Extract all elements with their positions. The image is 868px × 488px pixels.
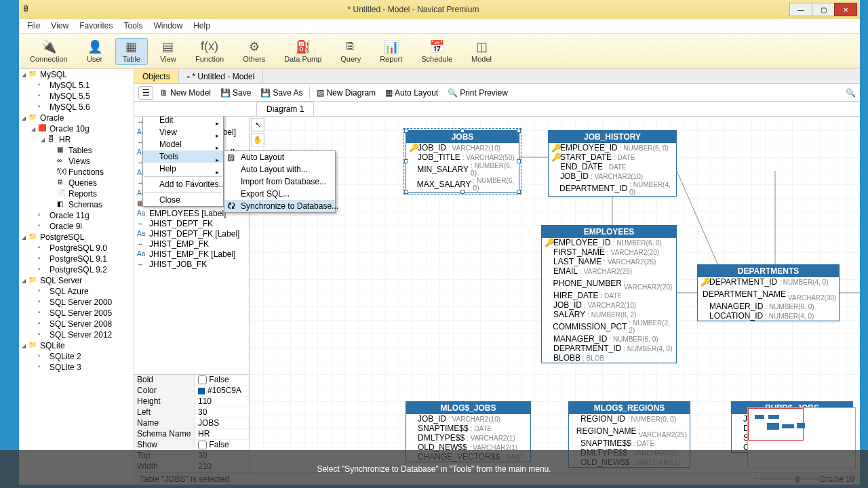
menu-help[interactable]: Help — [188, 19, 216, 33]
toolbar-user[interactable]: 👤User — [80, 39, 110, 64]
new-diagram-button[interactable]: ▧ New Diagram — [314, 87, 378, 99]
tree-item[interactable]: f(x)Functions — [19, 167, 134, 178]
close-button[interactable]: ✕ — [834, 3, 857, 16]
tree-item[interactable]: ∞Views — [19, 156, 134, 167]
hand-tool[interactable]: ✋ — [251, 133, 264, 146]
list-item[interactable]: AaJHIST_EMP_FK [Label] — [134, 249, 249, 259]
menu-item[interactable]: Edit — [143, 117, 223, 126]
menu-window[interactable]: Window — [149, 19, 189, 33]
menu-file[interactable]: File — [22, 19, 45, 33]
toolbar-view[interactable]: ▤View — [153, 39, 183, 64]
subtitle-caption: Select "Synchronize to Database" in "Too… — [0, 450, 868, 488]
menu-item[interactable]: Import from Database... — [224, 176, 335, 188]
diagram-tab[interactable]: Diagram 1 — [256, 102, 314, 116]
menu-item[interactable]: 🗘Synchronize to Database... — [224, 200, 335, 212]
menu-item[interactable]: Add to Favorites... — [143, 178, 223, 190]
toolbar-schedule[interactable]: 📅Schedule — [414, 39, 459, 64]
tree-item[interactable]: 🗎Queries — [19, 178, 134, 188]
tree-item[interactable]: ▫PostgreSQL 9.1 — [19, 253, 134, 264]
list-item[interactable]: ↔JHIST_DEPT_FK — [134, 218, 249, 228]
tree-item[interactable]: ▫SQL Server 2005 — [19, 308, 134, 319]
tab--untitled-model[interactable]: ▫ * Untitled - Model — [179, 69, 264, 83]
entity-departments[interactable]: DEPARTMENTS🔑DEPARTMENT_ID: NUMBER(4, 0)D… — [697, 264, 840, 321]
property-row[interactable]: Schema NameHR — [134, 429, 249, 440]
menu-item[interactable] — [144, 192, 222, 192]
hamburger-button[interactable]: ☰ — [138, 86, 153, 100]
minimize-button[interactable]: — — [789, 3, 812, 16]
menubar: FileViewFavoritesToolsWindowHelp — [19, 19, 860, 34]
tree-item[interactable]: ◢📁SQL Server — [19, 275, 134, 286]
menu-item[interactable]: Export SQL... — [224, 188, 335, 200]
tree-item[interactable]: ▫MySQL 5.1 — [19, 80, 134, 91]
auto-layout-button[interactable]: ▦ Auto Layout — [382, 87, 441, 99]
connection-tree[interactable]: ◢📁MySQL▫MySQL 5.1▫MySQL 5.5▫MySQL 5.6◢📁O… — [19, 69, 134, 485]
menu-item[interactable]: Model — [143, 138, 223, 150]
list-item[interactable]: AaJHIST_DEPT_FK [Label] — [134, 228, 249, 239]
property-row[interactable]: Left30 — [134, 407, 249, 418]
maximize-button[interactable]: ▢ — [812, 3, 835, 16]
tree-item[interactable]: ▫PostgreSQL 9.0 — [19, 243, 134, 253]
save-button[interactable]: 💾 Save — [218, 87, 254, 99]
property-row[interactable]: NameJOBS — [134, 418, 249, 429]
tree-item[interactable]: ◢📁Oracle — [19, 113, 134, 123]
app-window: 🛢 * Untitled - Model - Navicat Premium —… — [19, 0, 860, 485]
toolbar-table[interactable]: ▦Table — [115, 38, 148, 65]
menu-item[interactable]: Help — [143, 163, 223, 175]
property-row[interactable]: Height110 — [134, 396, 249, 407]
menu-item[interactable]: ▧Auto Layout — [224, 151, 335, 163]
tree-item[interactable]: ◧Schemas — [19, 199, 134, 210]
toolbar-query[interactable]: 🗎Query — [334, 39, 368, 64]
tree-item[interactable]: ▫PostgreSQL 9.2 — [19, 264, 134, 275]
toolbar-connection[interactable]: 🔌Connection — [23, 39, 75, 64]
tree-item[interactable]: ▫SQLite 3 — [19, 362, 134, 373]
entity-jobs[interactable]: JOBS🔑JOB_ID: VARCHAR2(10)JOB_TITLE: VARC… — [406, 130, 519, 192]
toolbar-model[interactable]: ◫Model — [465, 39, 498, 64]
pointer-tool[interactable]: ↖ — [251, 118, 264, 131]
menu-view[interactable]: View — [45, 19, 74, 33]
entity-jobhist[interactable]: JOB_HISTORY🔑EMPLOYEE_ID: NUMBER(6, 0)🔑ST… — [548, 130, 677, 197]
toolbar-function[interactable]: f(x)Function — [189, 39, 231, 64]
property-row[interactable]: Show Description False — [134, 440, 249, 451]
tree-item[interactable]: ▫SQL Server 2000 — [19, 297, 134, 308]
print-preview-button[interactable]: 🔍 Print Preview — [445, 87, 511, 99]
tree-item[interactable]: ▫SQLite 2 — [19, 351, 134, 362]
tree-item[interactable]: ▦Tables — [19, 145, 134, 156]
tree-item[interactable]: ▫MySQL 5.5 — [19, 91, 134, 102]
entity-employees[interactable]: EMPLOYEES🔑EMPLOYEE_ID: NUMBER(6, 0)FIRST… — [541, 225, 677, 363]
hamburger-menu[interactable]: FileEditViewModelToolsHelpAdd to Favorit… — [142, 117, 224, 207]
property-row[interactable]: Color#105C9A — [134, 386, 249, 396]
menu-item[interactable]: Auto Layout with... — [224, 163, 335, 176]
main-toolbar: 🔌Connection👤User▦Table▤Viewf(x)Function⚙… — [19, 34, 860, 69]
tree-item[interactable]: ▫Oracle 11g — [19, 210, 134, 221]
toolbar-others[interactable]: ⚙Others — [236, 39, 272, 64]
menu-item[interactable] — [144, 176, 222, 177]
tree-item[interactable]: ◢📁PostgreSQL — [19, 232, 134, 243]
tree-item[interactable]: 📄Reports — [19, 188, 134, 199]
tree-item[interactable]: ▫SQL Azure — [19, 286, 134, 297]
menu-item[interactable]: View — [143, 126, 223, 138]
search-icon[interactable]: 🔍 — [846, 88, 856, 98]
diagram-tabs[interactable]: Diagram 1 — [134, 102, 860, 117]
menu-item[interactable]: Close — [143, 194, 223, 206]
tree-item[interactable]: ▫Oracle 9i — [19, 221, 134, 232]
list-item[interactable]: ↔JHIST_EMP_FK — [134, 239, 249, 249]
list-item[interactable]: ↔JHIST_JOB_FK — [134, 259, 249, 269]
property-row[interactable]: Bold False — [134, 375, 249, 386]
object-tabs[interactable]: Objects▫ * Untitled - Model — [134, 69, 860, 84]
tree-item[interactable]: ◢📁SQLite — [19, 340, 134, 351]
tree-item[interactable]: ◢📁MySQL — [19, 69, 134, 80]
save-as-button[interactable]: 💾 Save As — [258, 87, 305, 99]
tools-submenu[interactable]: ▧Auto LayoutAuto Layout with...Import fr… — [224, 150, 336, 213]
new-model-button[interactable]: 🗎 New Model — [157, 87, 214, 99]
tree-item[interactable]: ▫SQL Server 2012 — [19, 329, 134, 340]
toolbar-data-pump[interactable]: ⛽Data Pump — [277, 39, 328, 64]
tree-item[interactable]: ▫SQL Server 2008 — [19, 319, 134, 329]
menu-tools[interactable]: Tools — [119, 19, 149, 33]
tree-item[interactable]: ◢🟥Oracle 10g — [19, 123, 134, 134]
tab-objects[interactable]: Objects — [134, 69, 179, 83]
tree-item[interactable]: ▫MySQL 5.6 — [19, 102, 134, 113]
tree-item[interactable]: ◢🗄HR — [19, 134, 134, 145]
toolbar-report[interactable]: 📊Report — [373, 39, 409, 64]
menu-item[interactable]: Tools — [143, 150, 223, 163]
menu-favorites[interactable]: Favorites — [74, 19, 118, 33]
